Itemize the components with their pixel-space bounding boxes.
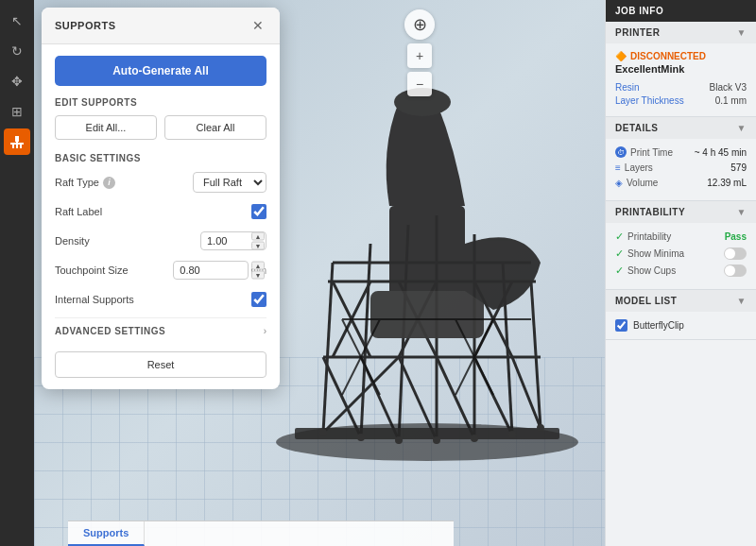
printer-name: ExcellentMink [615,63,747,75]
printability-label-wrap: ✓ Printability [615,230,671,243]
raft-label-checkbox[interactable] [251,204,266,219]
panel-header: SUPPORTS ✕ [42,8,280,44]
move-tool-icon[interactable]: ✥ [4,68,30,94]
raft-type-control: Full Raft Mini Raft No Raft [193,172,266,193]
svg-point-42 [471,435,478,442]
printer-section-header: PRINTER ▼ [606,22,756,43]
volume-icon: ◈ [615,178,623,188]
main-viewport-area: ⊕ + − SUPPORTS ✕ Auto-Generate All EDIT … [34,0,605,546]
reset-button[interactable]: Reset [55,351,266,378]
printability-value: Pass [725,231,747,242]
svg-point-43 [508,431,516,438]
volume-value: 12.39 mL [707,178,747,188]
model-list-header: MODEL LIST ▼ [606,290,756,312]
internal-supports-checkbox[interactable] [251,292,266,307]
model-list-section: MODEL LIST ▼ ButterflyClip [606,290,756,340]
rotate-tool-icon[interactable]: ↻ [4,38,30,64]
density-label: Density [55,235,90,247]
raft-type-info-icon[interactable]: i [103,177,115,189]
print-time-row: ⏱ Print Time ~ 4 h 45 min [615,146,747,158]
model-list-title: MODEL LIST [615,296,677,306]
show-cups-label-wrap: ✓ Show Cups [615,264,676,277]
volume-row: ◈ Volume 12.39 mL [615,178,747,188]
model-checkbox[interactable] [615,319,627,332]
details-section: DETAILS ▼ ⏱ Print Time ~ 4 h 45 min ≡ La… [606,117,756,201]
close-panel-button[interactable]: ✕ [249,17,266,34]
left-toolbar: ↖ ↻ ✥ ⊞ [0,0,34,546]
svg-rect-4 [15,136,19,142]
raft-label-label: Raft Label [55,206,102,217]
printer-chevron-icon: ▼ [737,27,747,38]
3d-viewport[interactable]: ⊕ + − SUPPORTS ✕ Auto-Generate All EDIT … [34,0,605,546]
basic-settings-title: BASIC SETTINGS [55,153,266,163]
raft-type-select[interactable]: Full Raft Mini Raft No Raft [193,172,266,193]
show-cups-label: Show Cups [627,265,676,276]
zoom-in-button[interactable]: + [407,43,432,68]
model-list-content: ButterflyClip [606,312,756,339]
show-cups-icon: ✓ [615,264,624,277]
right-panel: JOB INFO PRINTER ▼ 🔶 DISCONNECTED Excell… [605,0,756,546]
model-list-item: ButterflyClip [615,319,747,332]
cursor-tool-icon[interactable]: ↖ [4,8,30,34]
touchpoint-input[interactable] [173,261,249,280]
density-down-button[interactable]: ▼ [251,242,265,250]
printability-row: ✓ Printability Pass [615,230,747,243]
print-time-value: ~ 4 h 45 min [695,147,747,158]
printability-check-icon: ✓ [615,230,624,243]
edit-all-button[interactable]: Edit All... [55,115,157,140]
auto-generate-button[interactable]: Auto-Generate All [55,56,266,86]
svg-point-40 [395,436,403,444]
svg-point-41 [433,436,440,444]
touchpoint-up-button[interactable]: ▲ [251,262,265,270]
density-up-button[interactable]: ▲ [251,232,265,241]
svg-rect-32 [370,291,484,338]
details-title: DETAILS [615,123,659,133]
printer-section: PRINTER ▼ 🔶 DISCONNECTED ExcellentMink R… [606,22,756,117]
touchpoint-input-wrap: ▲ ▼ mm [173,261,266,280]
show-cups-row: ✓ Show Cups [615,264,747,277]
svg-point-44 [537,424,544,432]
supports-tool-icon[interactable] [4,128,30,155]
touchpoint-row: Touchpoint Size ▲ ▼ mm [55,259,266,282]
show-cups-toggle[interactable] [724,264,747,277]
edit-supports-title: EDIT SUPPORTS [55,97,266,108]
disconnected-badge: 🔶 DISCONNECTED [615,51,747,61]
details-section-header: DETAILS ▼ [606,117,756,139]
internal-supports-row: Internal Supports [55,288,266,311]
zoom-out-button[interactable]: − [407,72,432,96]
edit-buttons-row: Edit All... Clear All [55,115,266,140]
grid-tool-icon[interactable]: ⊞ [4,98,30,125]
touchpoint-spinners: ▲ ▼ [251,262,265,280]
orbit-control[interactable]: ⊕ [404,9,435,40]
layer-thickness-label: Layer Thickness [615,95,684,106]
svg-point-38 [319,429,327,436]
show-minima-toggle[interactable] [724,247,747,260]
resin-row: Resin Black V3 [615,82,747,93]
show-minima-icon: ✓ [615,247,624,260]
volume-label: Volume [627,178,658,188]
density-spinners: ▲ ▼ [251,232,265,250]
svg-rect-3 [10,143,24,145]
3d-model [248,74,605,470]
show-minima-label-wrap: ✓ Show Minima [615,247,684,260]
details-chevron-icon: ▼ [737,123,747,133]
resin-label: Resin [615,82,640,93]
clear-all-button[interactable]: Clear All [164,115,266,140]
advanced-chevron-icon: › [264,326,266,336]
printability-label: Printability [627,231,671,242]
panel-title: SUPPORTS [55,20,116,31]
volume-label-wrap: ◈ Volume [615,178,658,188]
raft-label-row: Raft Label [55,200,266,223]
layers-label: Layers [625,162,653,173]
supports-tab[interactable]: Supports [68,521,145,546]
advanced-settings-row[interactable]: ADVANCED SETTINGS › [55,317,266,344]
printability-title: PRINTABILITY [615,207,685,217]
raft-type-row: Raft Type i Full Raft Mini Raft No Raft [55,171,266,194]
layer-thickness-row: Layer Thickness 0.1 mm [615,95,747,106]
layer-thickness-value: 0.1 mm [715,95,747,106]
print-time-icon: ⏱ [615,146,627,158]
resin-value: Black V3 [710,82,747,93]
density-input-wrap: ▲ ▼ [200,231,266,250]
touchpoint-down-button[interactable]: ▼ [251,271,265,280]
print-time-label: Print Time [630,147,673,158]
